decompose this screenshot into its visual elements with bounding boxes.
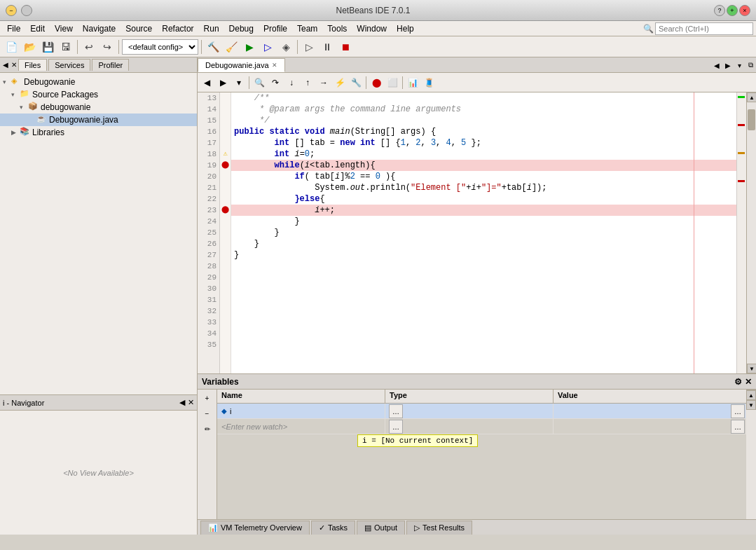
tab-files[interactable]: Files [18, 59, 47, 71]
debug-stop-btn[interactable]: ⏹ [337, 39, 354, 55]
code-editor[interactable]: 13 14 15 16 17 18 19 20 21 22 23 24 25 2… [198, 92, 746, 373]
tab-scroll-left[interactable]: ◀ [711, 58, 722, 72]
ed-breakpoint-line[interactable]: ⬜ [385, 75, 400, 90]
new-file-btn[interactable]: 📄 [3, 39, 20, 55]
tree-item-package[interactable]: ▾ 📦 debugowanie [0, 101, 197, 114]
bottom-area-with-left: Variables ⚙ ✕ + − ✏ [198, 374, 756, 519]
scroll-down-btn[interactable]: ▼ [747, 364, 756, 373]
debug-btn[interactable]: ▷ [259, 39, 276, 55]
open-btn[interactable]: 📂 [21, 39, 38, 55]
config-dropdown[interactable]: <default config> [122, 39, 198, 55]
code-line-21: System.out.println( "Element [" +i+ "]="… [231, 182, 736, 193]
menu-run[interactable]: Run [200, 22, 224, 35]
code-content[interactable]: /** * @param args the command line argum… [231, 92, 736, 373]
var-scroll-up[interactable]: ▲ [746, 390, 756, 400]
ed-threads[interactable]: 🧵 [421, 75, 437, 90]
tab-scroll-right[interactable]: ▶ [722, 58, 734, 72]
menu-help[interactable]: Help [392, 22, 418, 35]
menu-view[interactable]: View [50, 22, 77, 35]
var-scroll-down[interactable]: ▼ [746, 400, 756, 410]
minimize-left-btn[interactable]: ◀ [1, 60, 10, 70]
menu-profile[interactable]: Profile [259, 22, 291, 35]
var-new-watch-label: <Enter new watch> [221, 422, 287, 431]
code-indent [234, 238, 254, 249]
menu-window[interactable]: Window [352, 22, 391, 35]
var-remove-btn[interactable]: − [200, 406, 214, 420]
var-row-i[interactable]: ◆ i … … [217, 404, 746, 419]
tab-output[interactable]: ▤ Output [357, 521, 405, 535]
tab-tasks[interactable]: ✓ Tasks [311, 521, 355, 535]
ed-step-into[interactable]: ↓ [284, 75, 299, 90]
save-btn[interactable]: 💾 [39, 39, 56, 55]
var-scrollbar[interactable]: ▲ ▼ [746, 390, 756, 519]
ed-zoom-out[interactable]: 🔍 [252, 75, 267, 90]
var-close-icon[interactable]: ✕ [745, 377, 752, 387]
menu-team[interactable]: Team [293, 22, 322, 35]
menu-debug[interactable]: Debug [225, 22, 258, 35]
save-all-btn[interactable]: 🖫 [57, 39, 74, 55]
nav-close-btn[interactable]: ✕ [188, 398, 194, 407]
tree-item-source-packages[interactable]: ▾ 📁 Source Packages [0, 88, 197, 101]
debug-run-btn[interactable]: ▷ [301, 39, 317, 55]
scroll-up-btn[interactable]: ▲ [747, 92, 756, 102]
menu-refactor[interactable]: Refactor [158, 22, 198, 35]
var-cell-type-i [385, 404, 554, 418]
tree-item-debugowanie-java[interactable]: ☕ Debugowanie.java [0, 114, 197, 126]
menu-tools[interactable]: Tools [323, 22, 351, 35]
ed-fix[interactable]: 🔧 [348, 75, 364, 90]
ed-step-over[interactable]: ↷ [268, 75, 283, 90]
tab-profiler[interactable]: Profiler [92, 59, 129, 71]
tab-services[interactable]: Services [48, 59, 90, 71]
var-add-btn[interactable]: + [200, 391, 214, 405]
menu-edit[interactable]: Edit [26, 22, 49, 35]
var-expand-value-btn[interactable]: … [731, 404, 745, 418]
clean-btn[interactable]: 🧹 [223, 39, 240, 55]
profile-btn[interactable]: ◈ [277, 39, 294, 55]
close-left-btn[interactable]: ✕ [10, 60, 18, 70]
debug-pause-btn[interactable]: ⏸ [319, 39, 336, 55]
ed-history-fwd[interactable]: ▶ [215, 75, 231, 90]
nav-minimize-btn[interactable]: ◀ [179, 398, 185, 407]
tab-test-results[interactable]: ▷ Test Results [406, 521, 472, 535]
ed-run-cursor[interactable]: → [316, 75, 331, 90]
scrollbar-thumb[interactable] [748, 109, 755, 130]
ed-var-watch[interactable]: 📊 [405, 75, 420, 90]
tree-item-debugowanie[interactable]: ▾ ◈ Debugowanie [0, 76, 197, 88]
gc-35 [220, 339, 231, 350]
editor-scrollbar[interactable]: ▲ ▼ [746, 92, 756, 373]
gc-18: ⚠ [220, 149, 231, 160]
run-btn[interactable]: ▶ [241, 39, 258, 55]
window-minimize-btn[interactable]: − [6, 5, 17, 16]
window-help-btn[interactable]: ? [714, 5, 725, 16]
var-edit-btn[interactable]: ✏ [200, 422, 214, 436]
ed-breakpoint[interactable]: ⬤ [369, 75, 384, 90]
ed-toggle-btn[interactable]: ▾ [231, 75, 247, 90]
var-row-new-watch[interactable]: <Enter new watch> … … i = [No current co… [217, 419, 746, 434]
window-maximize-btn[interactable] [21, 5, 32, 16]
redo-btn[interactable]: ↪ [99, 39, 116, 55]
tab-dropdown[interactable]: ▾ [734, 58, 745, 72]
ed-history-back[interactable]: ◀ [199, 75, 214, 90]
editor-tab-debugowanie[interactable]: Debugowanie.java ✕ [198, 58, 285, 72]
search-input[interactable] [655, 22, 753, 35]
var-expand-value-btn2[interactable]: … [731, 420, 745, 434]
ed-step-out[interactable]: ↑ [300, 75, 315, 90]
var-settings-icon[interactable]: ⚙ [734, 377, 742, 387]
tree-item-libraries[interactable]: ▶ 📚 Libraries [0, 126, 197, 139]
tree-arrow-2: ▾ [11, 91, 20, 98]
tab-restore[interactable]: ⧉ [745, 58, 756, 72]
build-btn[interactable]: 🔨 [205, 39, 221, 55]
window-close-btn[interactable]: × [739, 5, 750, 16]
var-expand-name-btn2[interactable]: … [389, 420, 403, 434]
editor-tab-close[interactable]: ✕ [272, 62, 277, 69]
undo-btn[interactable]: ↩ [81, 39, 97, 55]
tab-vm-telemetry[interactable]: 📊 VM Telemetry Overview [200, 521, 310, 535]
menu-navigate[interactable]: Navigate [78, 22, 120, 35]
scrollbar-track[interactable] [747, 102, 756, 364]
code-text: +tab[i]); [502, 182, 547, 193]
window-restore-btn[interactable]: + [727, 5, 738, 16]
menu-source[interactable]: Source [121, 22, 156, 35]
ed-apply-code[interactable]: ⚡ [332, 75, 348, 90]
menu-file[interactable]: File [3, 22, 25, 35]
var-expand-name-btn[interactable]: … [389, 404, 403, 418]
